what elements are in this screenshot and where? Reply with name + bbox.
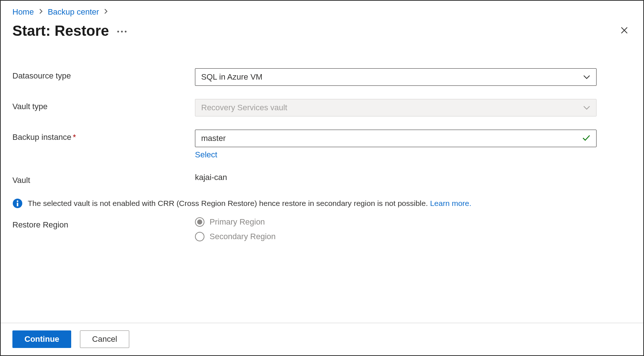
chevron-down-icon: [583, 105, 590, 110]
vault-label: Vault: [12, 173, 195, 185]
radio-icon: [195, 232, 204, 241]
restore-region-secondary-radio: Secondary Region: [195, 232, 597, 241]
more-icon[interactable]: •••: [117, 26, 129, 36]
backup-instance-value: master: [201, 134, 226, 143]
chevron-right-icon: [104, 8, 108, 16]
vault-type-dropdown: Recovery Services vault: [195, 99, 597, 116]
breadcrumb: Home Backup center: [12, 7, 632, 17]
radio-icon: [195, 217, 204, 227]
checkmark-icon: [582, 133, 590, 143]
datasource-type-value: SQL in Azure VM: [201, 72, 262, 82]
chevron-down-icon: [583, 74, 590, 80]
chevron-right-icon: [39, 8, 43, 16]
select-backup-instance-link[interactable]: Select: [195, 150, 217, 160]
continue-button[interactable]: Continue: [12, 330, 71, 348]
backup-instance-label: Backup instance*: [12, 130, 195, 142]
svg-rect-2: [17, 203, 18, 206]
datasource-type-dropdown[interactable]: SQL in Azure VM: [195, 68, 597, 86]
vault-type-value: Recovery Services vault: [201, 103, 287, 112]
page-title: Start: Restore: [12, 23, 109, 39]
vault-type-label: Vault type: [12, 99, 195, 111]
restore-region-primary-radio: Primary Region: [195, 217, 597, 227]
learn-more-link[interactable]: Learn more.: [430, 199, 471, 207]
info-icon: [12, 198, 23, 208]
breadcrumb-backup-center[interactable]: Backup center: [48, 7, 99, 17]
vault-value: kajai-can: [195, 173, 597, 182]
info-text: The selected vault is not enabled with C…: [28, 199, 428, 207]
info-banner: The selected vault is not enabled with C…: [12, 198, 632, 208]
datasource-type-label: Datasource type: [12, 68, 195, 81]
cancel-button[interactable]: Cancel: [80, 330, 129, 348]
restore-region-secondary-label: Secondary Region: [210, 232, 276, 241]
footer: Continue Cancel: [1, 323, 643, 355]
breadcrumb-home[interactable]: Home: [12, 7, 34, 17]
close-button[interactable]: [617, 24, 632, 38]
backup-instance-input[interactable]: master: [195, 130, 597, 147]
restore-region-label: Restore Region: [12, 217, 195, 230]
close-icon: [620, 26, 629, 35]
restore-region-primary-label: Primary Region: [210, 217, 265, 227]
svg-point-1: [17, 200, 18, 202]
